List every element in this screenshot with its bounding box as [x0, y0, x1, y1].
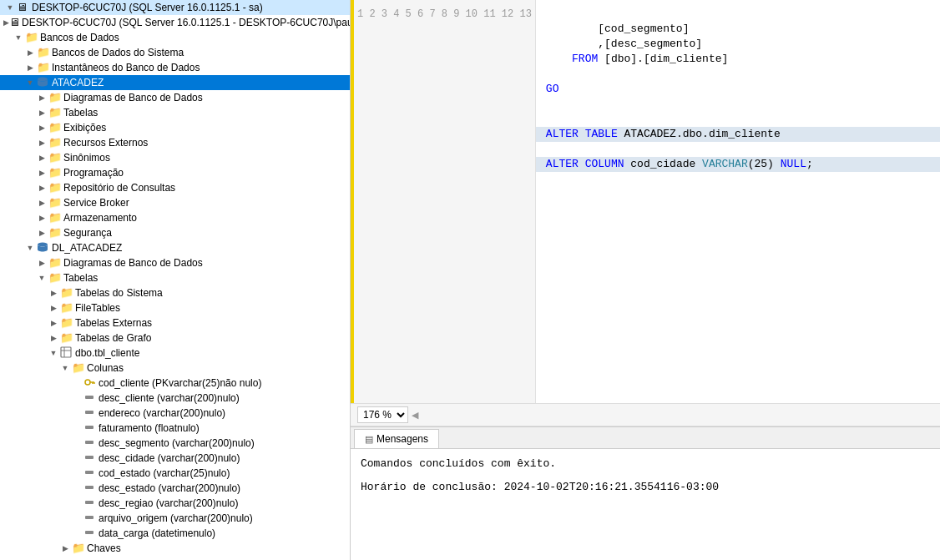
server-item-sa[interactable]: ▼ 🖥 DESKTOP-6CUC70J (SQL Server 16.0.112… — [0, 0, 350, 15]
expand-icon[interactable]: ▼ — [23, 241, 37, 255]
folder-icon: 📁 — [37, 61, 50, 74]
expand-icon[interactable]: ▼ — [35, 271, 48, 285]
tree-item-exibicoes[interactable]: ▶📁Exibições — [0, 120, 350, 135]
tree-item-recursos[interactable]: ▶📁Recursos Externos — [0, 135, 350, 150]
tree-item-label: Exibições — [63, 121, 106, 134]
tree-item-col-cod-cliente[interactable]: cod_cliente (PKvarchar(25)não nulo) — [0, 376, 350, 391]
scroll-indicator: ◀ — [412, 410, 418, 421]
tree-item-seguranca[interactable]: ▶📁Segurança — [0, 225, 350, 240]
expand-icon[interactable]: ▶ — [35, 211, 48, 225]
expand-icon[interactable]: ▶ — [35, 136, 48, 149]
tree-item-tbl-cliente[interactable]: ▼dbo.tbl_cliente — [0, 346, 350, 361]
expand-icon[interactable]: ▶ — [47, 331, 60, 345]
server-item-paulo[interactable]: ▶ 🖥 DESKTOP-6CUC70J (SQL Server 16.0.112… — [0, 15, 350, 30]
tree-item-colunas[interactable]: ▼📁Colunas — [0, 361, 350, 376]
expand-icon[interactable]: ▶ — [58, 542, 72, 555]
tree-item-repositorio[interactable]: ▶📁Repositório de Consultas — [0, 180, 350, 195]
expand-icon[interactable]: ▶ — [47, 286, 60, 300]
expand-icon[interactable]: ▶ — [35, 91, 48, 104]
expand-icon[interactable]: ▶ — [47, 301, 60, 315]
folder-icon: 📁 — [48, 151, 62, 164]
tree-item-col-desc-estado[interactable]: desc_estado (varchar(200)nulo) — [0, 481, 350, 496]
tree-item-diagramas[interactable]: ▶📁Diagramas de Banco de Dados — [0, 90, 350, 105]
expand-icon[interactable]: ▶ — [23, 61, 37, 74]
tree-item-dl-tabelas-grafo[interactable]: ▶📁Tabelas de Grafo — [0, 330, 350, 346]
tree-item-label: Sinônimos — [63, 151, 110, 164]
code-editor: 1 2 3 4 5 6 7 8 9 10 11 12 13 [cod_segme… — [351, 0, 940, 403]
query-editor-panel: 1 2 3 4 5 6 7 8 9 10 11 12 13 [cod_segme… — [351, 0, 940, 560]
tree-item-col-desc-cidade[interactable]: desc_cidade (varchar(200)nulo) — [0, 451, 350, 466]
tree-item-label: cod_estado (varchar(25)nulo) — [99, 467, 230, 480]
svg-point-5 — [85, 380, 90, 385]
folder-icon: 📁 — [48, 166, 62, 179]
tree-item-dl-filetables[interactable]: ▶📁FileTables — [0, 300, 350, 315]
col-icon — [83, 391, 97, 405]
tree-item-programacao[interactable]: ▶📁Programação — [0, 165, 350, 180]
tree-item-label: faturamento (floatnulo) — [99, 421, 200, 435]
tree-item-label: Programação — [63, 166, 124, 179]
tree-item-tabelas[interactable]: ▶📁Tabelas — [0, 105, 350, 120]
expand-icon[interactable]: ▼ — [58, 361, 72, 375]
tree-item-label: Instantâneos do Banco de Dados — [52, 61, 200, 74]
expand-icon[interactable]: ▶ — [35, 121, 48, 134]
tree-item-bancos[interactable]: ▼📁Bancos de Dados — [0, 30, 350, 45]
expand-icon[interactable]: ▶ — [35, 226, 48, 240]
tree-item-label: endereco (varchar(200)nulo) — [99, 406, 225, 420]
folder-icon: 📁 — [48, 226, 62, 240]
tree-item-col-endereco[interactable]: endereco (varchar(200)nulo) — [0, 406, 350, 421]
folder-icon: 📁 — [48, 91, 62, 104]
timestamp-line: Horário de conclusão: 2024-10-02T20:16:2… — [361, 479, 930, 496]
tree-item-label: Tabelas do Sistema — [75, 286, 163, 300]
success-message: Comandos concluídos com êxito. — [361, 456, 930, 472]
expand-icon[interactable]: ▶ — [23, 46, 37, 59]
tree-item-chaves[interactable]: ▶📁Chaves — [0, 541, 350, 556]
tree-item-col-arquivo-origem[interactable]: arquivo_origem (varchar(200)nulo) — [0, 511, 350, 526]
tree-item-col-faturamento[interactable]: faturamento (floatnulo) — [0, 421, 350, 436]
folder-icon: 📁 — [37, 46, 50, 59]
tree-item-col-data-carga[interactable]: data_carga (datetimenulo) — [0, 526, 350, 541]
tree-item-label: Armazenamento — [63, 211, 137, 225]
tree-item-bancos-sistema[interactable]: ▶📁Bancos de Dados do Sistema — [0, 45, 350, 60]
spacer-line — [361, 472, 930, 479]
zoom-select[interactable]: 100 %125 %150 %176 %200 % — [357, 406, 408, 423]
tree-item-dl_atacadez[interactable]: ▼DL_ATACADEZ — [0, 240, 350, 255]
tree-item-sinonimos[interactable]: ▶📁Sinônimos — [0, 150, 350, 165]
expand-icon[interactable]: ▼ — [3, 1, 17, 14]
tree-item-atacadez[interactable]: ▼ATACADEZ — [0, 75, 350, 90]
tree-item-label: Tabelas — [63, 106, 98, 119]
messages-tab[interactable]: ▤ Mensagens — [354, 429, 439, 448]
tree-item-dl-tabelas-externas[interactable]: ▶📁Tabelas Externas — [0, 315, 350, 330]
tree-item-servicebroker[interactable]: ▶📁Service Broker — [0, 195, 350, 210]
tree-item-dl-tabelas[interactable]: ▼📁Tabelas — [0, 270, 350, 285]
tree-item-label: Service Broker — [63, 196, 129, 209]
expand-icon[interactable]: ▼ — [12, 31, 25, 44]
tree-item-label: Diagramas de Banco de Dados — [63, 91, 203, 104]
tree-item-col-desc-regiao[interactable]: desc_regiao (varchar(200)nulo) — [0, 496, 350, 511]
code-content[interactable]: [cod_segmento] ,[desc_segmento] FROM [db… — [536, 0, 940, 403]
folder-icon: 📁 — [48, 196, 62, 209]
folder-icon: 📁 — [72, 542, 85, 555]
tree-item-label: Repositório de Consultas — [63, 181, 175, 194]
folder-icon: 📁 — [25, 31, 38, 44]
tree-item-col-desc-cliente[interactable]: desc_cliente (varchar(200)nulo) — [0, 391, 350, 406]
expand-icon[interactable]: ▶ — [35, 166, 48, 179]
expand-icon[interactable]: ▼ — [23, 76, 37, 89]
expand-icon[interactable]: ▶ — [35, 196, 48, 209]
expand-icon[interactable]: ▶ — [35, 256, 48, 270]
tree-item-col-cod-estado[interactable]: cod_estado (varchar(25)nulo) — [0, 466, 350, 481]
tree-item-label: desc_regiao (varchar(200)nulo) — [99, 497, 238, 510]
tree-item-dl-tabelas-sistema[interactable]: ▶📁Tabelas do Sistema — [0, 285, 350, 300]
tree-item-col-desc-segmento[interactable]: desc_segmento (varchar(200)nulo) — [0, 436, 350, 451]
expand-icon[interactable]: ▶ — [47, 316, 60, 330]
expand-icon[interactable]: ▶ — [35, 106, 48, 119]
expand-icon[interactable]: ▶ — [35, 181, 48, 194]
tree-item-label: Bancos de Dados do Sistema — [52, 46, 184, 59]
expand-icon[interactable]: ▼ — [47, 346, 60, 360]
folder-icon: 📁 — [72, 361, 85, 375]
tree-item-armazenamento[interactable]: ▶📁Armazenamento — [0, 210, 350, 225]
tree-item-dl-diagramas[interactable]: ▶📁Diagramas de Banco de Dados — [0, 255, 350, 270]
tree-item-instantaneos[interactable]: ▶📁Instantâneos do Banco de Dados — [0, 60, 350, 75]
svg-rect-14 — [85, 471, 93, 474]
expand-icon[interactable]: ▶ — [35, 151, 48, 164]
expand-icon[interactable]: ▶ — [3, 16, 9, 29]
